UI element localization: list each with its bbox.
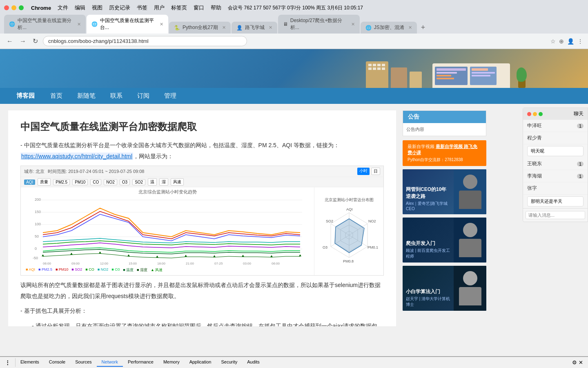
title-bar: Chrome 文件 编辑 视图 历史记录 书签 用户 标签页 窗口 帮助 会议号… bbox=[0, 0, 588, 12]
edit-menu[interactable]: 编辑 bbox=[75, 4, 85, 11]
svg-text:150: 150 bbox=[35, 210, 41, 214]
tab-aqi[interactable]: AQI bbox=[24, 180, 35, 185]
chat-bubble-1: 明天呢 bbox=[527, 146, 584, 156]
tab-4[interactable]: 👤 路飞学城 ✕ bbox=[232, 22, 277, 34]
extensions-icon[interactable]: ⊕ bbox=[559, 38, 564, 45]
tab-1[interactable]: 🌐 中国空气质量在线监测分析... ✕ bbox=[4, 15, 86, 34]
help-menu[interactable]: 帮助 bbox=[211, 4, 221, 11]
reload-button[interactable]: ↻ bbox=[31, 36, 40, 46]
chat-user-1[interactable]: 申泽旺 1 bbox=[523, 120, 588, 132]
radar-chart-area: 北京监测站小时雷达分布图 AQI bbox=[314, 187, 383, 275]
tab-6[interactable]: 🌐 JS加密、混淆 ✕ bbox=[361, 22, 417, 34]
account-icon[interactable]: 👤 bbox=[567, 38, 574, 45]
svg-text:03:00: 03:00 bbox=[243, 262, 252, 265]
history-menu[interactable]: 历史记录 bbox=[109, 4, 130, 11]
tab-close[interactable]: ✕ bbox=[351, 22, 355, 27]
devtools-drag[interactable]: ⋮ bbox=[0, 358, 16, 367]
tab-pm10[interactable]: PM10 bbox=[72, 179, 88, 185]
tab-o3[interactable]: O3 bbox=[120, 179, 130, 185]
tab-2[interactable]: 🌐 中国空气质量在线监测平台... ✕ bbox=[87, 15, 168, 34]
tab-wind[interactable]: 风速 bbox=[171, 178, 184, 186]
tab-humid[interactable]: 湿 bbox=[159, 178, 168, 186]
tab-close[interactable]: ✕ bbox=[77, 22, 81, 27]
tabs-menu[interactable]: 标签页 bbox=[171, 4, 187, 11]
person-card-crawler[interactable]: 爬虫开发入门 顾波 | 前百度爬虫开发工程师 bbox=[403, 218, 486, 263]
devtools-tab-performance[interactable]: Performance bbox=[123, 358, 158, 367]
chart-title-right: 北京监测站小时雷达分布图 bbox=[325, 197, 374, 203]
svg-marker-17 bbox=[213, 255, 216, 257]
devtools-tab-memory[interactable]: Memory bbox=[158, 358, 185, 367]
announcement-body: 公告内容 bbox=[403, 123, 486, 136]
devtools-tab-audits[interactable]: Audits bbox=[242, 358, 265, 367]
tab-5[interactable]: 🖥 Desktop/27爬虫+数据分析... ✕ bbox=[278, 15, 360, 34]
radar-chart-svg: AQI NO2 PM0.1 PM0.8 O3 SO2 bbox=[318, 204, 380, 266]
svg-text:12:00: 12:00 bbox=[100, 262, 109, 265]
devtools-tab-network[interactable]: Network bbox=[97, 358, 123, 367]
forward-button[interactable]: → bbox=[18, 37, 28, 46]
blog-header bbox=[0, 49, 588, 88]
day-chart-btn[interactable]: 日 bbox=[371, 168, 380, 175]
devtools-tab-console[interactable]: Console bbox=[44, 358, 70, 367]
tab-co[interactable]: CO bbox=[90, 179, 101, 185]
chrome-menu[interactable]: Chrome bbox=[31, 5, 51, 11]
view-menu[interactable]: 视图 bbox=[92, 4, 102, 11]
tab-so2[interactable]: SO2 bbox=[132, 179, 145, 185]
minimize-button[interactable] bbox=[11, 5, 16, 10]
nav-home[interactable]: 首页 bbox=[43, 88, 70, 104]
chat-user-5[interactable]: 张字 bbox=[523, 182, 588, 195]
file-menu[interactable]: 文件 bbox=[58, 4, 68, 11]
close-button[interactable] bbox=[4, 5, 9, 10]
chat-bubble-2: 那明天还是半天 bbox=[527, 196, 584, 206]
tab-label: Python全栈27期 bbox=[183, 24, 218, 31]
tab-pm25[interactable]: PM2.5 bbox=[53, 179, 70, 185]
tabs-bar: 🌐 中国空气质量在线监测分析... ✕ 🌐 中国空气质量在线监测平台... ✕ … bbox=[0, 12, 588, 34]
devtools-tab-elements[interactable]: Elements bbox=[16, 358, 44, 367]
devtools-tab-application[interactable]: Application bbox=[185, 358, 216, 367]
devtools-tab-security[interactable]: Security bbox=[216, 358, 242, 367]
chart-title-left: 北京综合监测站小时变化趋势 bbox=[24, 189, 311, 195]
maximize-button[interactable] bbox=[19, 5, 24, 10]
chat-input[interactable] bbox=[526, 211, 585, 219]
tab-close[interactable]: ✕ bbox=[160, 22, 163, 27]
nav-contact[interactable]: 联系 bbox=[103, 88, 130, 104]
card-sub-1: Alex｜爱奇艺|路飞学城CEO bbox=[406, 201, 450, 211]
user-menu[interactable]: 用户 bbox=[154, 4, 165, 11]
chart-legend: ■ AQI ■ PM2.5 ■ PM10 ■ SO2 ■ CO ■ NO2 ■ … bbox=[24, 267, 311, 274]
small-chart-btn[interactable]: 小时 bbox=[357, 168, 370, 175]
tab-close[interactable]: ✕ bbox=[222, 25, 226, 30]
chat-dot-1 bbox=[527, 112, 531, 116]
tab-3[interactable]: 🐍 Python全栈27期 ✕ bbox=[169, 22, 231, 34]
nav-manage[interactable]: 管理 bbox=[157, 88, 184, 104]
chat-user-4[interactable]: 李海烟 1 bbox=[523, 170, 588, 182]
main-layout: 中国空气质量在线监测平台加密数据爬取 - 中国空气质量在线监测分析平台是一个收录… bbox=[0, 104, 588, 333]
tab-no2[interactable]: NO2 bbox=[104, 179, 117, 185]
devtools-icons: ⚙ ✕ bbox=[567, 358, 588, 367]
person-card-algo[interactable]: 小白学算法入门 赵天宇 | 清华大学计算机博士 bbox=[403, 266, 486, 311]
window-menu[interactable]: 窗口 bbox=[194, 4, 204, 11]
new-tab-button[interactable]: + bbox=[418, 22, 429, 34]
bookmarks-menu[interactable]: 书签 bbox=[137, 4, 147, 11]
chat-user-3[interactable]: 王晓东 1 bbox=[523, 158, 588, 170]
bookmark-icon[interactable]: ☆ bbox=[550, 38, 556, 45]
tab-favicon: 🐍 bbox=[174, 25, 180, 31]
back-button[interactable]: ← bbox=[5, 37, 15, 46]
tab-label: JS加密、混淆 bbox=[374, 24, 404, 31]
chat-user-2[interactable]: 程少青 bbox=[523, 132, 588, 144]
devtools-tab-sources[interactable]: Sources bbox=[70, 358, 96, 367]
announcement-header: 公告 bbox=[403, 111, 486, 123]
nav-new-post[interactable]: 新随笔 bbox=[70, 88, 103, 104]
tab-close[interactable]: ✕ bbox=[269, 25, 272, 30]
nav-subscribe[interactable]: 订阅 bbox=[130, 88, 157, 104]
svg-marker-16 bbox=[185, 255, 187, 257]
tab-quality[interactable]: 质量 bbox=[38, 178, 51, 186]
tab-label: 中国空气质量在线监测分析... bbox=[18, 17, 73, 31]
person-card-alex[interactable]: 网管到CEO的10年逆袭之路 Alex｜爱奇艺|路飞学城CEO bbox=[403, 169, 486, 214]
tab-temp[interactable]: 温 bbox=[148, 178, 157, 186]
chat-messages: 申泽旺 1 程少青 明天呢 王晓东 1 李海烟 1 张字 那明天还是半天 bbox=[523, 120, 588, 208]
nav-bokeyuan[interactable]: 博客园 bbox=[8, 88, 43, 104]
more-menu-icon[interactable]: ⋮ bbox=[577, 38, 583, 45]
tab-close[interactable]: ✕ bbox=[408, 25, 412, 30]
line-chart-svg: 200 150 100 50 0 -50 bbox=[24, 196, 311, 265]
article-link[interactable]: https://www.aqistudy.cn/html/city_detail… bbox=[20, 153, 133, 160]
address-input[interactable] bbox=[43, 36, 247, 46]
